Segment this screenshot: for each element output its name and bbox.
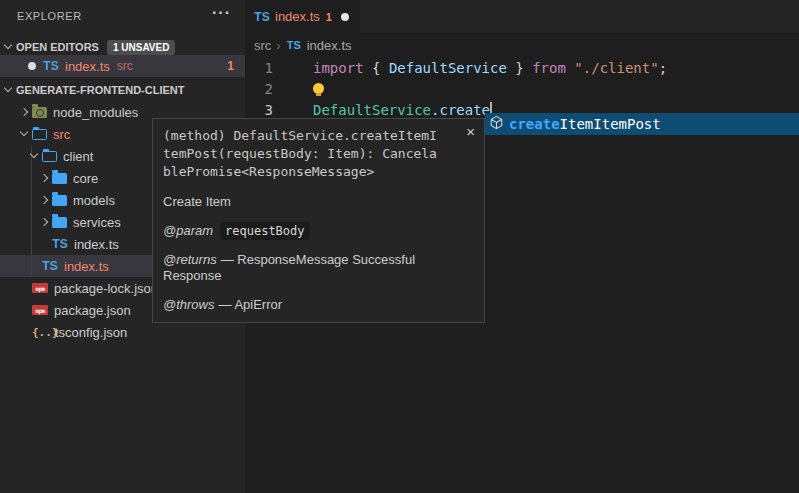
param-chip: requestBody bbox=[220, 222, 309, 240]
tree-item-label: node_modules bbox=[53, 105, 138, 120]
tree-item-label: index.ts bbox=[64, 259, 109, 274]
open-editor-filename: index.ts bbox=[65, 59, 110, 74]
hover-param-line: @paramrequestBody bbox=[163, 223, 474, 239]
folder-open-icon bbox=[32, 129, 47, 140]
hover-tooltip: × (method) DefaultService.createItemItem… bbox=[152, 118, 485, 323]
hover-signature: (method) DefaultService.createItemItemPo… bbox=[163, 127, 440, 181]
tab-error-count: 1 bbox=[326, 11, 332, 23]
chevron-down-icon bbox=[16, 126, 32, 142]
chevron-right-icon bbox=[36, 192, 52, 208]
chevron-down-icon bbox=[0, 82, 16, 98]
tree-item-label: tsconfig.json bbox=[55, 325, 127, 340]
npm-file-icon: npm bbox=[32, 305, 48, 315]
chevron-right-icon bbox=[16, 104, 32, 120]
suggestion-rest-text: ItemItemPost bbox=[560, 116, 661, 132]
tree-item-label: package.json bbox=[54, 303, 131, 318]
open-editor-folder: src bbox=[117, 59, 133, 73]
tab-bar: TS index.ts 1 bbox=[245, 0, 799, 33]
explorer-title: EXPLORER bbox=[17, 10, 82, 22]
chevron-down-icon bbox=[26, 148, 42, 164]
typescript-file-icon: TS bbox=[52, 237, 68, 251]
param-tag: @param bbox=[163, 223, 213, 238]
folder-icon bbox=[52, 217, 67, 228]
token-brace: } bbox=[507, 60, 532, 76]
hover-throws-line: @throws— ApiError bbox=[163, 297, 474, 313]
workspace-section-header[interactable]: GENERATE-FRONTEND-CLIENT bbox=[0, 79, 245, 101]
token-brace: { bbox=[364, 60, 389, 76]
breadcrumb-folder[interactable]: src bbox=[254, 38, 271, 53]
token-semicolon: ; bbox=[659, 60, 667, 76]
json-braces-icon: {..} bbox=[32, 326, 49, 339]
code-editor[interactable]: 1 import { DefaultService } from "./clie… bbox=[245, 58, 799, 121]
throws-text: — ApiError bbox=[219, 297, 283, 312]
close-icon[interactable]: × bbox=[466, 124, 475, 139]
indent-guide bbox=[31, 145, 32, 277]
typescript-file-icon: TS bbox=[254, 10, 270, 24]
hover-returns-line: @returns— ResponseMessage Successful Res… bbox=[163, 252, 474, 284]
open-editors-label: OPEN EDITORS bbox=[16, 41, 99, 53]
chevron-right-icon bbox=[36, 214, 52, 230]
npm-file-icon: npm bbox=[32, 283, 48, 293]
dirty-dot-icon[interactable] bbox=[341, 13, 349, 21]
unsaved-badge: 1 UNSAVED bbox=[107, 40, 176, 55]
breadcrumb: src › TS index.ts bbox=[245, 33, 799, 57]
tree-item-label: package-lock.json bbox=[54, 281, 158, 296]
chevron-down-icon bbox=[0, 39, 16, 55]
typescript-file-icon: TS bbox=[42, 259, 58, 273]
folder-open-icon bbox=[42, 151, 57, 162]
tree-item-label: src bbox=[53, 127, 70, 142]
token-from: from bbox=[532, 60, 566, 76]
typescript-file-icon: TS bbox=[286, 39, 302, 51]
token-string: "./client" bbox=[574, 60, 658, 76]
returns-tag: @returns bbox=[163, 252, 217, 267]
workspace-label: GENERATE-FRONTEND-CLIENT bbox=[16, 84, 184, 96]
tree-item-tsconfig-json[interactable]: {..} tsconfig.json bbox=[0, 321, 245, 343]
folder-icon bbox=[52, 173, 67, 184]
breadcrumb-separator-icon: › bbox=[276, 38, 280, 53]
open-editor-item-index-ts[interactable]: TS index.ts src 1 bbox=[0, 55, 245, 77]
sidebar-header: EXPLORER ··· bbox=[0, 0, 245, 34]
typescript-file-icon: TS bbox=[43, 59, 59, 73]
hover-description: Create Item bbox=[163, 194, 474, 210]
modified-dot-icon bbox=[28, 62, 36, 70]
npm-folder-icon bbox=[32, 107, 47, 118]
token-create-error: create bbox=[439, 102, 490, 118]
lightbulb-icon[interactable] bbox=[313, 83, 324, 94]
more-actions-icon[interactable]: ··· bbox=[212, 4, 231, 22]
code-text: import { DefaultService } from "./client… bbox=[313, 58, 667, 79]
suggestion-match-text: create bbox=[509, 116, 560, 132]
code-line-2: 2 bbox=[245, 79, 799, 100]
code-line-1: 1 import { DefaultService } from "./clie… bbox=[245, 58, 799, 79]
error-count-badge: 1 bbox=[227, 59, 234, 73]
tree-item-label: services bbox=[73, 215, 121, 230]
line-number: 2 bbox=[245, 79, 273, 100]
tree-item-label: models bbox=[73, 193, 115, 208]
suggestion-item-createitemitempost[interactable]: createItemItemPost bbox=[485, 113, 799, 135]
token-import: import bbox=[313, 60, 364, 76]
breadcrumb-file[interactable]: index.ts bbox=[307, 38, 352, 53]
tab-filename: index.ts bbox=[275, 9, 320, 24]
folder-icon bbox=[52, 195, 67, 206]
throws-tag: @throws bbox=[163, 297, 215, 312]
tab-index-ts[interactable]: TS index.ts 1 bbox=[245, 0, 360, 33]
token-defaultservice: DefaultService bbox=[389, 60, 507, 76]
line-number: 1 bbox=[245, 58, 273, 79]
tree-item-label: index.ts bbox=[74, 237, 119, 252]
tree-item-label: client bbox=[63, 149, 93, 164]
tree-item-label: core bbox=[73, 171, 98, 186]
token-defaultservice: DefaultService bbox=[313, 102, 431, 118]
symbol-method-cube-icon bbox=[489, 115, 509, 133]
chevron-right-icon bbox=[36, 170, 52, 186]
